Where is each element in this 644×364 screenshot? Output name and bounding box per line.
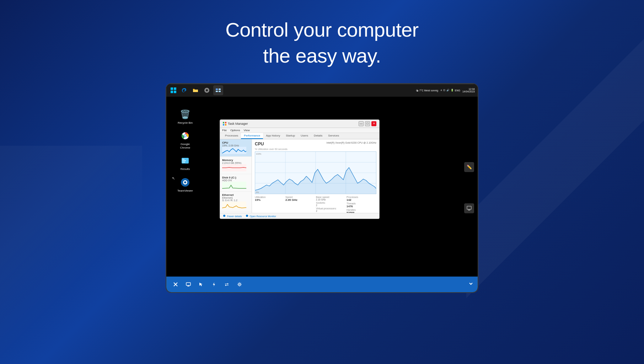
svg-rect-40 [219, 91, 221, 92]
toolbar-transfer-btn[interactable] [222, 279, 232, 289]
tray-chevron[interactable]: ∧ [440, 89, 442, 92]
taskbar-explorer[interactable] [190, 85, 200, 95]
resource-sidebar: CPU 19%, 2.09 GHz Memory 2.2/4.0 GB (55%… [220, 139, 252, 213]
cpu-graph: 100% 0% [255, 151, 376, 194]
fewer-details-btn[interactable]: Fewer details [223, 214, 242, 218]
taskbar-settings[interactable] [202, 85, 212, 95]
svg-rect-39 [216, 91, 218, 92]
maximize-button[interactable]: □ [365, 121, 370, 126]
svg-rect-4 [182, 159, 184, 160]
tray-battery[interactable]: 🔋 [451, 89, 454, 92]
task-manager-icon [223, 122, 226, 125]
task-manager-menubar: File Options View [220, 128, 379, 133]
recycle-bin-icon[interactable]: 🗑️ Recycle Bin [176, 109, 194, 125]
results-icon[interactable]: Results [176, 155, 194, 171]
taskbar-edge[interactable] [179, 85, 189, 95]
toolbar-flash-btn[interactable] [209, 279, 219, 289]
svg-rect-37 [216, 89, 218, 90]
resource-disk[interactable]: Disk 0 (C:) HDD 0% [220, 174, 252, 192]
svg-rect-11 [225, 122, 226, 123]
tab-processes[interactable]: Processes [222, 133, 241, 139]
tray-lang[interactable]: ENG [455, 89, 460, 92]
memory-mini-graph [222, 164, 246, 171]
ethernet-mini-graph [222, 202, 246, 209]
cpu-header: CPU Intel(R) Xeon(R) Gold 6230 CPU @ 2.1… [255, 141, 376, 146]
close-button[interactable]: ✕ [371, 121, 376, 126]
svg-point-27 [223, 215, 225, 217]
menu-options[interactable]: Options [230, 129, 240, 132]
tab-app-history[interactable]: App history [263, 133, 283, 139]
stat-utilization: Utilization 19% [255, 196, 285, 213]
tab-performance[interactable]: Performance [241, 133, 263, 139]
task-manager-footer: Fewer details Open Resource Monitor [220, 213, 379, 219]
tray-network[interactable]: ⊡ [443, 89, 445, 92]
tab-services[interactable]: Services [325, 133, 342, 139]
stat-processes: Processes 142 Threads 1476 Handles 53588 [347, 196, 376, 213]
toolbar-settings-btn[interactable] [235, 279, 245, 289]
cpu-stats: Utilization 19% Speed 2.09 GHz Base spee… [255, 196, 376, 213]
toolbar-cursor-btn[interactable] [196, 279, 206, 289]
svg-rect-30 [468, 210, 470, 210]
window-controls: — □ ✕ [359, 121, 376, 126]
cpu-subtitle: % Utilization over 60 seconds [255, 148, 376, 150]
svg-rect-31 [171, 87, 173, 90]
resource-memory[interactable]: Memory 2.2/4.0 GB (55%) [220, 157, 252, 174]
weather-info[interactable]: 🌤 7°C Meist sonnig [416, 89, 438, 92]
svg-rect-17 [222, 202, 246, 209]
svg-text:100%: 100% [256, 153, 262, 155]
svg-rect-6 [182, 162, 185, 162]
svg-rect-13 [225, 124, 226, 125]
tab-users[interactable]: Users [298, 133, 311, 139]
resource-ethernet[interactable]: Ethernet Ethernet1 S: 0.4 / R: 1.2 [220, 192, 252, 212]
headline-line1: Control your computer [225, 18, 419, 41]
svg-rect-5 [182, 160, 186, 161]
stat-base-speed: Base speed: 2.10 GHz Sockets: 2 Virtual … [316, 196, 346, 213]
svg-point-28 [246, 215, 248, 217]
svg-rect-38 [219, 89, 221, 90]
svg-rect-43 [186, 283, 190, 285]
clock[interactable]: 12:04 14/04/2023 [462, 88, 475, 93]
svg-point-46 [239, 283, 241, 285]
cpu-title: CPU [255, 141, 264, 146]
device-button[interactable] [464, 203, 474, 213]
toolbar-expand-btn[interactable] [468, 281, 473, 288]
desktop-icons: 🗑️ Recycle Bin Google Chrome [176, 109, 194, 193]
svg-rect-33 [171, 91, 173, 93]
menu-view[interactable]: View [243, 129, 249, 132]
system-icons: ∧ ⊡ 🔊 🔋 ENG [440, 89, 460, 92]
edit-button[interactable]: ✏️ [464, 162, 474, 172]
svg-rect-29 [467, 206, 471, 209]
headline-line2: the easy way. [263, 44, 381, 67]
taskbar-taskview[interactable] [213, 85, 223, 95]
svg-point-2 [184, 135, 186, 137]
start-button[interactable] [169, 86, 178, 95]
headline: Control your computer the easy way. [225, 17, 419, 69]
toolbar-monitor-btn[interactable] [183, 279, 193, 289]
tab-startup[interactable]: Startup [283, 133, 298, 139]
disk-mini-graph [222, 182, 246, 189]
cpu-main-panel: CPU Intel(R) Xeon(R) Gold 6230 CPU @ 2.1… [252, 139, 379, 213]
remote-toolbar [166, 277, 478, 292]
task-manager-body: CPU 19%, 2.09 GHz Memory 2.2/4.0 GB (55%… [220, 139, 379, 213]
cursor-indicator: ↖ [172, 176, 176, 181]
menu-file[interactable]: File [222, 129, 227, 132]
right-controls: ✏️ [464, 162, 474, 213]
svg-rect-12 [223, 124, 224, 125]
stat-speed: Speed 2.09 GHz [285, 196, 315, 213]
tab-details[interactable]: Details [311, 133, 325, 139]
tray-volume[interactable]: 🔊 [446, 89, 450, 92]
open-resource-monitor-btn[interactable]: Open Resource Monitor [246, 214, 276, 218]
system-tray: 🌤 7°C Meist sonnig ∧ ⊡ 🔊 🔋 ENG 12:04 14/… [416, 88, 475, 93]
svg-rect-34 [174, 91, 176, 93]
teamviewer-icon[interactable]: TeamViewer [176, 177, 194, 193]
chrome-icon[interactable]: Google Chrome [176, 130, 194, 149]
svg-text:0%: 0% [256, 191, 259, 193]
resource-cpu[interactable]: CPU 19%, 2.09 GHz [220, 139, 252, 157]
toolbar-close-btn[interactable] [171, 279, 181, 289]
minimize-button[interactable]: — [359, 121, 364, 126]
cpu-model: Intel(R) Xeon(R) Gold 6230 CPU @ 2.10GHz [326, 141, 376, 146]
windows-desktop: 🗑️ Recycle Bin Google Chrome [166, 84, 478, 277]
cpu-mini-graph [222, 147, 246, 154]
device-frame: 🗑️ Recycle Bin Google Chrome [166, 83, 478, 293]
svg-point-9 [184, 181, 186, 183]
